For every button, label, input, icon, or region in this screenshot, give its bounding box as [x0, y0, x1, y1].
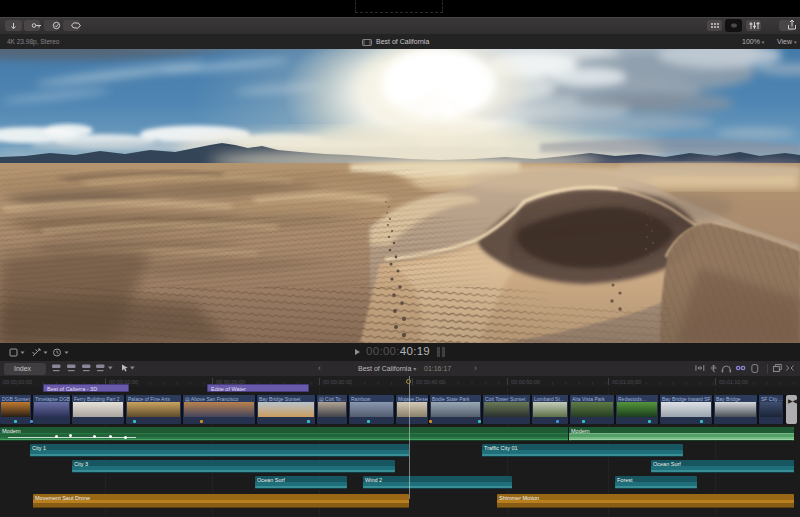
svg-text:00:01:10:00: 00:01:10:00	[719, 379, 748, 385]
svg-text:00:01:00:00: 00:01:00:00	[612, 379, 641, 385]
svg-text:00:00:00:00: 00:00:00:00	[3, 379, 32, 385]
svg-text:00:00:40:00: 00:00:40:00	[416, 379, 445, 385]
